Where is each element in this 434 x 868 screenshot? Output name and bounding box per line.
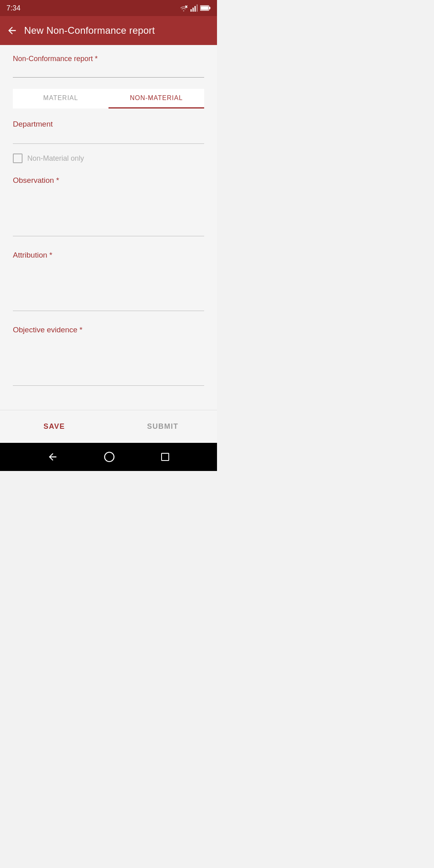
wifi-icon bbox=[179, 4, 188, 12]
svg-rect-5 bbox=[197, 4, 198, 12]
department-label: Department bbox=[13, 120, 204, 129]
attribution-label: Attribution * bbox=[13, 251, 204, 260]
status-icons bbox=[179, 4, 211, 12]
objective-evidence-input[interactable] bbox=[13, 338, 204, 386]
status-time: 7:34 bbox=[6, 4, 20, 12]
svg-rect-8 bbox=[201, 6, 209, 10]
department-section: Department bbox=[13, 120, 204, 144]
save-button[interactable]: SAVE bbox=[0, 415, 108, 438]
tab-non-material[interactable]: NON-MATERIAL bbox=[108, 89, 204, 108]
objective-evidence-section: Objective evidence * bbox=[13, 326, 204, 387]
nav-home-button[interactable] bbox=[104, 451, 115, 463]
battery-icon bbox=[200, 5, 211, 11]
page-title: New Non-Conformance report bbox=[24, 25, 155, 36]
ncr-field-section: Non-Conformance report * bbox=[13, 55, 204, 78]
tabs-container: MATERIAL NON-MATERIAL bbox=[13, 89, 204, 108]
ncr-field-label: Non-Conformance report * bbox=[13, 55, 204, 63]
non-material-checkbox[interactable] bbox=[13, 154, 23, 163]
svg-rect-2 bbox=[190, 9, 192, 12]
svg-rect-3 bbox=[192, 8, 194, 12]
svg-point-9 bbox=[104, 452, 114, 461]
ncr-input[interactable] bbox=[13, 65, 204, 78]
nav-back-button[interactable] bbox=[47, 451, 58, 463]
nav-bar bbox=[0, 443, 217, 471]
attribution-input[interactable] bbox=[13, 263, 204, 311]
observation-section: Observation * bbox=[13, 176, 204, 238]
signal-icon bbox=[190, 4, 198, 12]
department-input[interactable] bbox=[13, 129, 204, 144]
objective-evidence-label: Objective evidence * bbox=[13, 326, 204, 334]
svg-rect-7 bbox=[209, 7, 211, 9]
checkbox-label: Non-Material only bbox=[27, 154, 84, 163]
svg-rect-10 bbox=[162, 453, 169, 461]
action-bar: SAVE SUBMIT bbox=[0, 410, 217, 443]
status-bar: 7:34 bbox=[0, 0, 217, 16]
attribution-section: Attribution * bbox=[13, 251, 204, 313]
tab-material[interactable]: MATERIAL bbox=[13, 89, 108, 108]
checkbox-row: Non-Material only bbox=[13, 154, 204, 163]
svg-rect-4 bbox=[194, 6, 196, 12]
tabs: MATERIAL NON-MATERIAL bbox=[13, 89, 204, 108]
nav-recents-button[interactable] bbox=[160, 452, 170, 462]
app-bar: New Non-Conformance report bbox=[0, 16, 217, 45]
back-button[interactable] bbox=[6, 25, 18, 36]
observation-input[interactable] bbox=[13, 188, 204, 236]
form-content: Non-Conformance report * MATERIAL NON-MA… bbox=[0, 45, 217, 410]
submit-button[interactable]: SUBMIT bbox=[108, 415, 217, 438]
observation-label: Observation * bbox=[13, 176, 204, 185]
